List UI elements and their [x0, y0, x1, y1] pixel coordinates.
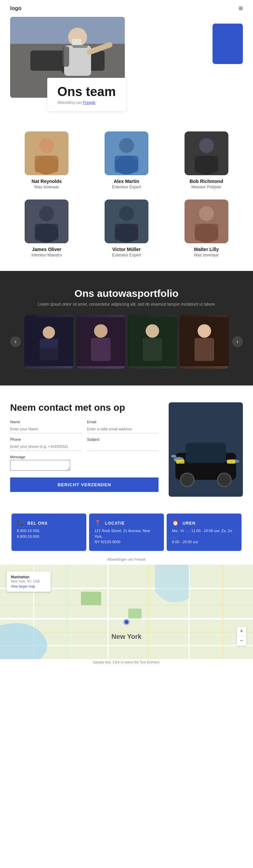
svg-point-15: [119, 138, 134, 153]
team-role-2: Meester Polijster: [170, 185, 243, 189]
team-role-1: Exterieur Expert: [90, 185, 163, 189]
team-member-1: Alex Martin Exterieur Expert: [90, 131, 163, 189]
card-icon-2: ⏰: [172, 520, 179, 526]
svg-rect-7: [73, 45, 88, 48]
zoom-in-btn[interactable]: +: [237, 627, 246, 636]
form-row-1: Name Email: [10, 420, 159, 433]
name-input[interactable]: [10, 425, 82, 433]
card-title-1: 📍 LOCATIE: [94, 520, 159, 526]
svg-point-31: [199, 206, 214, 221]
team-photo-4: [105, 199, 148, 243]
hero-accent-top: [213, 24, 243, 64]
team-name-1: Alex Martin: [90, 179, 163, 184]
form-group-subject: Subject: [87, 437, 159, 451]
team-member-5: Walter Lilly Was tovenaar: [170, 199, 243, 257]
team-name-3: James Oliver: [10, 247, 83, 252]
phone-input[interactable]: [10, 442, 82, 451]
team-name-5: Walter Lilly: [170, 247, 243, 252]
svg-point-53: [171, 455, 176, 458]
team-section: Nat Reynolds Was tovenaar Alex Martin Ex…: [0, 125, 253, 271]
svg-rect-46: [194, 338, 214, 361]
phone-label: Phone: [10, 437, 82, 441]
images-credit: Afbeeldingen van Freepik: [0, 558, 253, 561]
team-name-0: Nat Reynolds: [10, 179, 83, 184]
hero-section: Ons team Afbeelding van Freepik: [10, 17, 243, 111]
form-group-phone: Phone: [10, 437, 82, 451]
contact-form: Neem contact met ons op Name Email Phone…: [10, 402, 159, 492]
team-role-0: Was tovenaar: [10, 185, 83, 189]
svg-rect-33: [195, 224, 218, 241]
team-role-3: Interieur Maestro: [10, 253, 83, 257]
map-zoom-controls: + −: [237, 627, 246, 646]
svg-point-45: [197, 324, 211, 338]
svg-rect-17: [115, 156, 138, 173]
team-name-2: Bob Richmond: [170, 179, 243, 184]
contact-section: Neem contact met ons op Name Email Phone…: [0, 385, 253, 514]
svg-text:New York: New York: [111, 633, 142, 640]
card-text-0: 8-800-10-500,8-800-10-500: [17, 528, 81, 539]
svg-rect-69: [81, 592, 101, 605]
hero-credit: Afbeelding van Freepik: [57, 100, 116, 104]
team-photo-5: [185, 199, 228, 243]
subject-input[interactable]: [87, 442, 159, 451]
svg-point-35: [43, 327, 55, 339]
team-grid: Nat Reynolds Was tovenaar Alex Martin Ex…: [10, 131, 243, 257]
team-member-2: Bob Richmond Meester Polijster: [170, 131, 243, 189]
svg-point-27: [119, 206, 134, 221]
message-label: Message: [10, 455, 159, 459]
svg-point-42: [146, 324, 159, 338]
logo: logo: [10, 5, 22, 11]
svg-rect-21: [195, 156, 218, 173]
svg-rect-8: [72, 39, 81, 45]
team-member-0: Nat Reynolds Was tovenaar: [10, 131, 83, 189]
map-overlay-card: Manhattan New York, NY, USA View larger …: [7, 571, 51, 592]
portfolio-title: Ons autowasportfolio: [10, 288, 243, 299]
svg-rect-43: [143, 338, 162, 361]
svg-point-73: [123, 619, 130, 625]
header: logo ≡: [0, 0, 253, 17]
contact-title: Neem contact met ons op: [10, 402, 159, 413]
zoom-out-btn[interactable]: −: [237, 636, 246, 646]
carousel-img-4: [180, 315, 229, 369]
svg-point-11: [39, 138, 54, 153]
submit-button[interactable]: BERICHT VERZENDEN: [10, 477, 159, 492]
portfolio-section: Ons autowasportfolio Lorem ipsum dolor s…: [0, 271, 253, 385]
card-icon-0: 📞: [17, 520, 24, 526]
map-card-sub: New York, NY, USA: [11, 580, 47, 583]
contact-image: [169, 402, 243, 497]
info-card-1: 📍 LOCATIE 121 Rock Street, 21 Avenue, Ne…: [89, 514, 164, 551]
footer-sample-text[interactable]: Sample text. Click to select the Text El…: [0, 659, 253, 665]
form-group-email: Email: [87, 420, 159, 433]
email-input[interactable]: [87, 425, 159, 433]
team-role-4: Exterieur Expert: [90, 253, 163, 257]
form-group-name: Name: [10, 420, 82, 433]
team-name-4: Victor Müller: [90, 247, 163, 252]
card-text-2: Ma - Vr ..... 11:00 - 20:00 uur, Za, Zo …: [172, 528, 236, 545]
info-card-0: 📞 BEL ONS 8-800-10-500,8-800-10-500: [11, 514, 86, 551]
svg-rect-40: [91, 338, 110, 361]
info-card-2: ⏰ UREN Ma - Vr ..... 11:00 - 20:00 uur, …: [167, 514, 242, 551]
svg-point-50: [180, 473, 194, 487]
team-member-3: James Oliver Interieur Maestro: [10, 199, 83, 257]
email-label: Email: [87, 420, 159, 424]
menu-icon[interactable]: ≡: [238, 4, 243, 13]
map-card-title: Manhattan: [11, 575, 47, 579]
subject-label: Subject: [87, 437, 159, 441]
carousel-prev-btn[interactable]: ‹: [10, 336, 21, 347]
svg-rect-49: [186, 443, 226, 463]
svg-rect-55: [176, 460, 185, 464]
map-section: New York Manhattan New York, NY, USA Vie…: [0, 565, 253, 659]
form-row-2: Phone Subject: [10, 437, 159, 451]
hero-credit-link[interactable]: Freepik: [83, 100, 95, 104]
map-card-link[interactable]: View larger map: [11, 585, 47, 588]
carousel-next-btn[interactable]: ›: [232, 336, 243, 347]
svg-rect-25: [35, 224, 58, 241]
carousel-img-3: [128, 315, 177, 369]
svg-rect-13: [35, 156, 58, 173]
message-textarea[interactable]: [10, 460, 70, 471]
team-photo-3: [25, 199, 68, 243]
card-icon-1: 📍: [94, 520, 102, 526]
svg-rect-56: [227, 460, 235, 464]
svg-point-51: [218, 473, 231, 487]
portfolio-description: Lorem ipsum dolor sit amet, consectetur …: [10, 302, 243, 307]
